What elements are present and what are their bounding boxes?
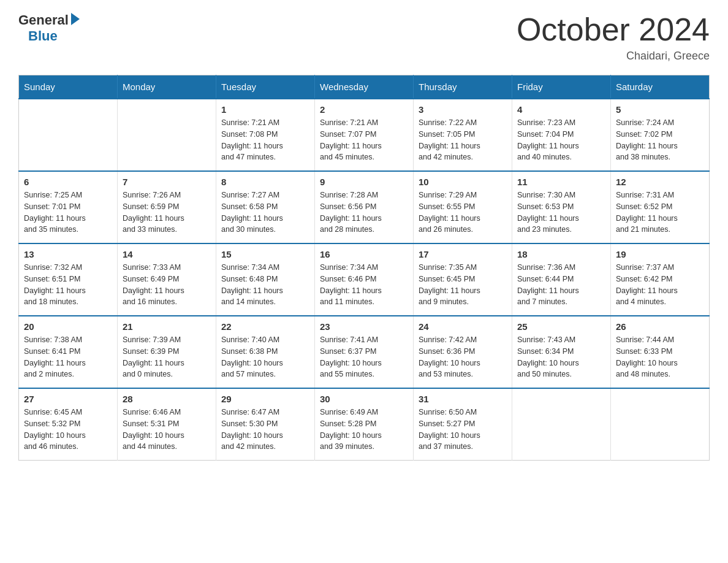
- calendar-week-row: 13Sunrise: 7:32 AM Sunset: 6:51 PM Dayli…: [19, 243, 710, 316]
- calendar-day-cell: 14Sunrise: 7:33 AM Sunset: 6:49 PM Dayli…: [118, 243, 216, 316]
- day-info: Sunrise: 7:22 AM Sunset: 7:05 PM Dayligh…: [419, 117, 507, 163]
- calendar-day-cell: [512, 388, 611, 461]
- day-info: Sunrise: 6:45 AM Sunset: 5:32 PM Dayligh…: [24, 407, 112, 453]
- calendar-header-cell: Thursday: [414, 75, 512, 99]
- calendar-day-cell: 27Sunrise: 6:45 AM Sunset: 5:32 PM Dayli…: [19, 388, 118, 461]
- logo-general-text: General: [18, 12, 69, 28]
- calendar-day-cell: 31Sunrise: 6:50 AM Sunset: 5:27 PM Dayli…: [414, 388, 512, 461]
- day-number: 4: [517, 104, 605, 115]
- day-info: Sunrise: 7:28 AM Sunset: 6:56 PM Dayligh…: [320, 190, 408, 236]
- day-number: 25: [517, 321, 605, 332]
- calendar-header-cell: Tuesday: [216, 75, 315, 99]
- day-number: 27: [24, 394, 112, 404]
- calendar-day-cell: 9Sunrise: 7:28 AM Sunset: 6:56 PM Daylig…: [315, 171, 414, 243]
- day-info: Sunrise: 7:34 AM Sunset: 6:46 PM Dayligh…: [320, 262, 408, 308]
- day-info: Sunrise: 6:50 AM Sunset: 5:27 PM Dayligh…: [419, 407, 507, 453]
- calendar-header-cell: Monday: [118, 75, 216, 99]
- calendar-day-cell: 24Sunrise: 7:42 AM Sunset: 6:36 PM Dayli…: [414, 316, 512, 388]
- day-info: Sunrise: 7:39 AM Sunset: 6:39 PM Dayligh…: [123, 334, 211, 380]
- calendar-day-cell: 16Sunrise: 7:34 AM Sunset: 6:46 PM Dayli…: [315, 243, 414, 316]
- day-info: Sunrise: 7:31 AM Sunset: 6:52 PM Dayligh…: [616, 190, 704, 236]
- day-number: 2: [320, 104, 408, 115]
- calendar-day-cell: 29Sunrise: 6:47 AM Sunset: 5:30 PM Dayli…: [216, 388, 315, 461]
- day-number: 29: [221, 394, 309, 404]
- day-number: 17: [419, 249, 507, 259]
- calendar-day-cell: 4Sunrise: 7:23 AM Sunset: 7:04 PM Daylig…: [512, 99, 611, 171]
- day-number: 21: [123, 321, 211, 332]
- day-number: 10: [419, 177, 507, 187]
- day-info: Sunrise: 7:43 AM Sunset: 6:34 PM Dayligh…: [517, 334, 605, 380]
- calendar-day-cell: 8Sunrise: 7:27 AM Sunset: 6:58 PM Daylig…: [216, 171, 315, 243]
- month-title: October 2024: [517, 12, 710, 47]
- calendar-header-cell: Wednesday: [315, 75, 414, 99]
- calendar-header-row: SundayMondayTuesdayWednesdayThursdayFrid…: [19, 75, 710, 99]
- day-info: Sunrise: 7:30 AM Sunset: 6:53 PM Dayligh…: [517, 190, 605, 236]
- day-info: Sunrise: 7:42 AM Sunset: 6:36 PM Dayligh…: [419, 334, 507, 380]
- day-info: Sunrise: 7:29 AM Sunset: 6:55 PM Dayligh…: [419, 190, 507, 236]
- day-number: 28: [123, 394, 211, 404]
- calendar-week-row: 20Sunrise: 7:38 AM Sunset: 6:41 PM Dayli…: [19, 316, 710, 388]
- day-info: Sunrise: 7:37 AM Sunset: 6:42 PM Dayligh…: [616, 262, 704, 308]
- day-number: 23: [320, 321, 408, 332]
- day-number: 19: [616, 249, 704, 259]
- calendar-day-cell: [19, 99, 118, 171]
- calendar-day-cell: 10Sunrise: 7:29 AM Sunset: 6:55 PM Dayli…: [414, 171, 512, 243]
- calendar-header-cell: Sunday: [19, 75, 118, 99]
- day-info: Sunrise: 7:35 AM Sunset: 6:45 PM Dayligh…: [419, 262, 507, 308]
- day-number: 26: [616, 321, 704, 332]
- calendar-day-cell: 1Sunrise: 7:21 AM Sunset: 7:08 PM Daylig…: [216, 99, 315, 171]
- calendar-day-cell: 18Sunrise: 7:36 AM Sunset: 6:44 PM Dayli…: [512, 243, 611, 316]
- day-number: 12: [616, 177, 704, 187]
- day-info: Sunrise: 6:47 AM Sunset: 5:30 PM Dayligh…: [221, 407, 309, 453]
- calendar-day-cell: 7Sunrise: 7:26 AM Sunset: 6:59 PM Daylig…: [118, 171, 216, 243]
- day-info: Sunrise: 7:32 AM Sunset: 6:51 PM Dayligh…: [24, 262, 112, 308]
- calendar-table: SundayMondayTuesdayWednesdayThursdayFrid…: [18, 75, 710, 461]
- title-section: October 2024 Chaidari, Greece: [517, 12, 710, 63]
- day-info: Sunrise: 7:44 AM Sunset: 6:33 PM Dayligh…: [616, 334, 704, 380]
- day-number: 9: [320, 177, 408, 187]
- day-info: Sunrise: 7:21 AM Sunset: 7:08 PM Dayligh…: [221, 117, 309, 163]
- day-number: 16: [320, 249, 408, 259]
- calendar-day-cell: 5Sunrise: 7:24 AM Sunset: 7:02 PM Daylig…: [611, 99, 710, 171]
- calendar-day-cell: 11Sunrise: 7:30 AM Sunset: 6:53 PM Dayli…: [512, 171, 611, 243]
- calendar-day-cell: 13Sunrise: 7:32 AM Sunset: 6:51 PM Dayli…: [19, 243, 118, 316]
- day-number: 3: [419, 104, 507, 115]
- calendar-day-cell: 26Sunrise: 7:44 AM Sunset: 6:33 PM Dayli…: [611, 316, 710, 388]
- day-info: Sunrise: 7:40 AM Sunset: 6:38 PM Dayligh…: [221, 334, 309, 380]
- day-info: Sunrise: 7:41 AM Sunset: 6:37 PM Dayligh…: [320, 334, 408, 380]
- calendar-day-cell: 20Sunrise: 7:38 AM Sunset: 6:41 PM Dayli…: [19, 316, 118, 388]
- day-info: Sunrise: 7:25 AM Sunset: 7:01 PM Dayligh…: [24, 190, 112, 236]
- day-number: 18: [517, 249, 605, 259]
- day-number: 30: [320, 394, 408, 404]
- calendar-week-row: 1Sunrise: 7:21 AM Sunset: 7:08 PM Daylig…: [19, 99, 710, 171]
- logo: General Blue: [18, 12, 80, 44]
- calendar-day-cell: 17Sunrise: 7:35 AM Sunset: 6:45 PM Dayli…: [414, 243, 512, 316]
- day-info: Sunrise: 6:49 AM Sunset: 5:28 PM Dayligh…: [320, 407, 408, 453]
- day-number: 13: [24, 249, 112, 259]
- calendar-day-cell: 25Sunrise: 7:43 AM Sunset: 6:34 PM Dayli…: [512, 316, 611, 388]
- calendar-day-cell: 23Sunrise: 7:41 AM Sunset: 6:37 PM Dayli…: [315, 316, 414, 388]
- calendar-header-cell: Friday: [512, 75, 611, 99]
- day-number: 5: [616, 104, 704, 115]
- day-number: 6: [24, 177, 112, 187]
- calendar-day-cell: [118, 99, 216, 171]
- day-info: Sunrise: 6:46 AM Sunset: 5:31 PM Dayligh…: [123, 407, 211, 453]
- logo-blue-text: Blue: [28, 28, 58, 44]
- day-info: Sunrise: 7:38 AM Sunset: 6:41 PM Dayligh…: [24, 334, 112, 380]
- calendar-header: SundayMondayTuesdayWednesdayThursdayFrid…: [19, 75, 710, 99]
- day-info: Sunrise: 7:36 AM Sunset: 6:44 PM Dayligh…: [517, 262, 605, 308]
- day-info: Sunrise: 7:21 AM Sunset: 7:07 PM Dayligh…: [320, 117, 408, 163]
- calendar-day-cell: 3Sunrise: 7:22 AM Sunset: 7:05 PM Daylig…: [414, 99, 512, 171]
- day-number: 7: [123, 177, 211, 187]
- calendar-body: 1Sunrise: 7:21 AM Sunset: 7:08 PM Daylig…: [19, 99, 710, 461]
- day-info: Sunrise: 7:24 AM Sunset: 7:02 PM Dayligh…: [616, 117, 704, 163]
- day-number: 15: [221, 249, 309, 259]
- page-header: General Blue October 2024 Chaidari, Gree…: [18, 12, 710, 63]
- day-info: Sunrise: 7:27 AM Sunset: 6:58 PM Dayligh…: [221, 190, 309, 236]
- day-info: Sunrise: 7:26 AM Sunset: 6:59 PM Dayligh…: [123, 190, 211, 236]
- calendar-day-cell: 12Sunrise: 7:31 AM Sunset: 6:52 PM Dayli…: [611, 171, 710, 243]
- day-number: 22: [221, 321, 309, 332]
- calendar-day-cell: [611, 388, 710, 461]
- day-number: 1: [221, 104, 309, 115]
- calendar-day-cell: 15Sunrise: 7:34 AM Sunset: 6:48 PM Dayli…: [216, 243, 315, 316]
